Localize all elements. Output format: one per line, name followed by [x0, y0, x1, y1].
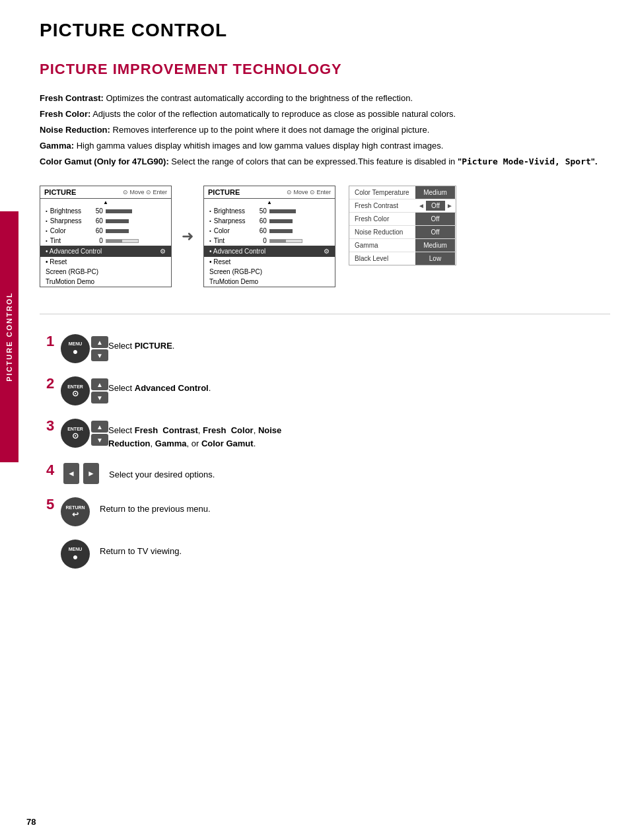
menu-right-nav: ⊙ Move ⊙ Enter: [287, 189, 331, 195]
desc-line-2: Fresh Color: Adjusts the color of the re…: [40, 107, 608, 122]
section-title: PICTURE IMPROVEMENT TECHNOLOGY: [40, 61, 610, 78]
settings-row-black: Black Level Low: [349, 252, 456, 265]
fresh-contrast-nav: ◄ Off ►: [415, 199, 456, 212]
settings-row-color-temp: Color Temperature Medium: [349, 186, 456, 199]
step-4-text: Select your desired options.: [109, 463, 215, 481]
menu-left-sharpness: • Sharpness 60: [40, 216, 171, 226]
arrow-right: ➜: [178, 228, 197, 245]
step-4: 4 ◄ ► Select your desired options.: [46, 463, 610, 484]
step-2-enter-btn: ENTER ⊙: [61, 376, 90, 405]
step-2-up-arrow: ▲: [91, 378, 108, 390]
screenshots-area: PICTURE ⊙ Move ⊙ Enter ▲ • Brightness 50…: [40, 186, 610, 287]
settings-row-gamma: Gamma Medium: [349, 239, 456, 252]
step-3-number: 3: [46, 419, 59, 433]
step-3-text: Select Fresh Contrast, Fresh Color, Nois…: [108, 419, 281, 450]
step-2-icons: ENTER ⊙ ▲ ▼: [61, 376, 108, 405]
desc-line-1: Fresh Contrast: Optimizes the contrast a…: [40, 91, 608, 106]
menu-right-title: PICTURE: [208, 188, 240, 196]
color-temp-value: Medium: [415, 186, 455, 199]
fresh-contrast-label: Fresh Contrast: [349, 199, 415, 212]
settings-row-noise: Noise Reduction Off: [349, 226, 456, 239]
step-1: 1 MENU ● ▲ ▼ Select PICTURE.: [46, 334, 610, 363]
step-4-icons: ◄ ►: [63, 463, 99, 484]
step-4-right-btn: ►: [83, 463, 99, 484]
color-temp-label: Color Temperature: [349, 186, 415, 199]
menu-left-trumotion: TruMotion Demo: [40, 277, 171, 287]
menu-right-reset: • Reset: [204, 257, 335, 267]
step-1-text: Select PICTURE.: [108, 334, 174, 353]
step-5-number: 5: [46, 497, 59, 512]
menu-right-trumotion: TruMotion Demo: [204, 277, 335, 287]
menu-right-color: • Color 60: [204, 226, 335, 236]
step-2-arrows: ▲ ▼: [91, 378, 108, 403]
black-label: Black Level: [349, 252, 415, 265]
settings-row-fresh-contrast: Fresh Contrast ◄ Off ►: [349, 199, 456, 213]
gamma-label: Gamma: [349, 239, 415, 252]
desc-line-5: Color Gamut (Only for 47LG90): Select th…: [40, 155, 608, 169]
step-menu-return: MENU ● Return to TV viewing.: [46, 540, 610, 569]
noise-value: Off: [415, 226, 455, 238]
step-menu-icons: MENU ●: [61, 540, 90, 569]
step-1-menu-btn: MENU ●: [61, 334, 90, 363]
menu-right-advanced: • Advanced Control ⚙: [204, 246, 335, 257]
step-menu-btn: MENU ●: [61, 540, 90, 569]
settings-row-fresh-color: Fresh Color Off: [349, 213, 456, 226]
menu-left-tint: • Tint 0: [40, 236, 171, 246]
menu-left-triangle: ▲: [40, 199, 171, 206]
menu-left-advanced: • Advanced Control ⚙: [40, 246, 171, 257]
menu-box-right: PICTURE ⊙ Move ⊙ Enter ▲ • Brightness 50…: [203, 186, 335, 287]
desc-line-3: Noise Reduction: Removes interference up…: [40, 123, 608, 137]
noise-label: Noise Reduction: [349, 226, 415, 238]
step-5: 5 RETURN ↩ Return to the previous menu.: [46, 497, 610, 526]
gamma-value: Medium: [415, 239, 455, 252]
menu-right-screen: Screen (RGB-PC): [204, 267, 335, 277]
step-3-down-arrow: ▼: [91, 434, 108, 446]
step-4-left-btn: ◄: [63, 463, 79, 484]
steps-section: 1 MENU ● ▲ ▼ Select PICTURE. 2 ENTER: [46, 334, 610, 569]
step-1-down-arrow: ▼: [91, 349, 108, 361]
step-menu-number: [46, 540, 59, 554]
menu-right-tint: • Tint 0: [204, 236, 335, 246]
menu-left-reset: • Reset: [40, 257, 171, 267]
description-block: Fresh Contrast: Optimizes the contrast a…: [40, 91, 608, 169]
menu-left-brightness: • Brightness 50: [40, 206, 171, 216]
step-menu-text: Return to TV viewing.: [100, 540, 182, 558]
step-2-down-arrow: ▼: [91, 392, 108, 403]
step-1-arrows: ▲ ▼: [91, 336, 108, 361]
step-5-return-btn: RETURN ↩: [61, 497, 90, 526]
page-title: PICTURE CONTROL: [40, 20, 610, 41]
menu-left-nav: ⊙ Move ⊙ Enter: [123, 189, 167, 195]
page-number: 78: [26, 817, 36, 827]
step-5-text: Return to the previous menu.: [100, 497, 211, 516]
menu-right-brightness: • Brightness 50: [204, 206, 335, 216]
menu-left-screen: Screen (RGB-PC): [40, 267, 171, 277]
step-3: 3 ENTER ⊙ ▲ ▼ Select Fresh Contrast, Fre…: [46, 419, 610, 450]
fresh-color-value: Off: [415, 213, 455, 225]
menu-left-color: • Color 60: [40, 226, 171, 236]
step-3-enter-btn: ENTER ⊙: [61, 419, 90, 448]
fresh-contrast-value: Off: [426, 201, 445, 211]
menu-left-title: PICTURE: [44, 188, 76, 196]
step-2-text: Select Advanced Control.: [108, 376, 211, 395]
menu-right-sharpness: • Sharpness 60: [204, 216, 335, 226]
sidebar: PICTURE CONTROL: [0, 211, 18, 462]
menu-right-triangle: ▲: [204, 199, 335, 206]
fresh-color-label: Fresh Color: [349, 213, 415, 225]
step-2-number: 2: [46, 376, 59, 391]
step-2: 2 ENTER ⊙ ▲ ▼ Select Advanced Control.: [46, 376, 610, 405]
step-5-icons: RETURN ↩: [61, 497, 90, 526]
desc-line-4: Gamma: High gamma values display whitish…: [40, 139, 608, 153]
settings-table: Color Temperature Medium Fresh Contrast …: [349, 186, 456, 265]
step-1-icons: MENU ● ▲ ▼: [61, 334, 108, 363]
step-3-up-arrow: ▲: [91, 421, 108, 433]
step-3-icons: ENTER ⊙ ▲ ▼: [61, 419, 108, 448]
step-3-arrows: ▲ ▼: [91, 421, 108, 446]
divider: [40, 314, 610, 314]
step-1-number: 1: [46, 334, 59, 349]
black-value: Low: [415, 252, 455, 265]
step-4-number: 4: [46, 463, 59, 477]
menu-box-left: PICTURE ⊙ Move ⊙ Enter ▲ • Brightness 50…: [40, 186, 172, 287]
sidebar-label: PICTURE CONTROL: [5, 292, 13, 382]
step-1-up-arrow: ▲: [91, 336, 108, 348]
